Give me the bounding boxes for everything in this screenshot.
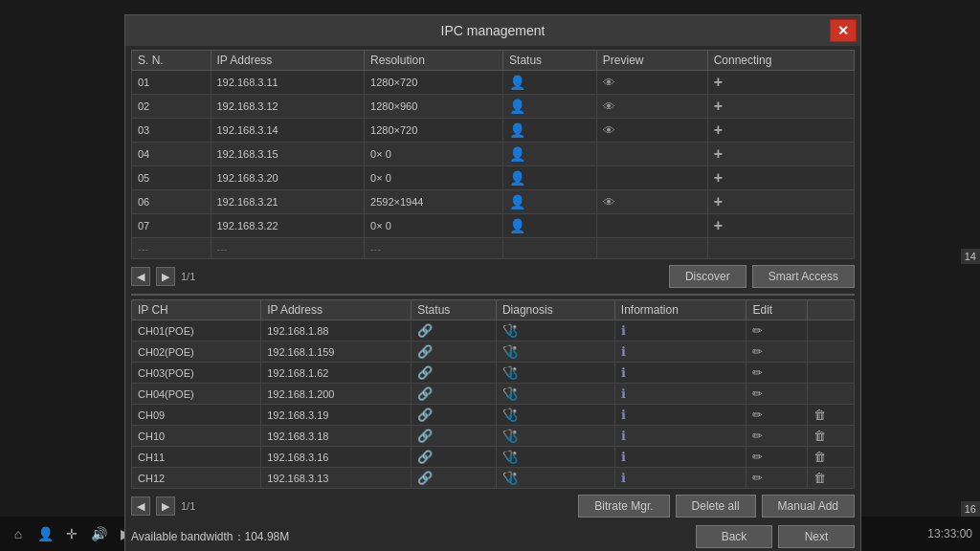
connect-plus-icon[interactable]: + xyxy=(714,169,723,186)
connect-plus-icon[interactable]: + xyxy=(714,121,723,138)
connect-plus-icon[interactable]: + xyxy=(714,74,723,90)
cell-ch: CH03(POE) xyxy=(132,363,261,384)
top-prev-button[interactable]: ◀ xyxy=(131,267,150,286)
bitrate-mgr-button[interactable]: Bitrate Mgr. xyxy=(578,495,669,518)
preview-eye-icon[interactable]: 👁 xyxy=(603,195,615,209)
cell-preview[interactable] xyxy=(596,214,707,238)
manual-add-button[interactable]: Manual Add xyxy=(762,495,855,518)
cell-info[interactable]: ℹ xyxy=(614,447,746,468)
cell-edit[interactable]: ✏ xyxy=(746,342,808,363)
trash-icon[interactable]: 🗑 xyxy=(813,450,826,464)
edit-icon[interactable]: ✏ xyxy=(752,408,763,422)
preview-eye-icon[interactable]: 👁 xyxy=(603,123,615,138)
trash-icon[interactable]: 🗑 xyxy=(813,429,826,443)
channel-row: CH02(POE) 192.168.1.159 🔗 🩺 ℹ ✏ xyxy=(132,342,855,363)
cell-edit[interactable]: ✏ xyxy=(746,363,808,384)
info-icon[interactable]: ℹ xyxy=(621,471,626,485)
info-icon[interactable]: ℹ xyxy=(621,429,626,443)
cell-connect[interactable]: + xyxy=(707,71,854,95)
cell-trash[interactable]: 🗑 xyxy=(807,426,854,447)
preview-eye-icon[interactable]: 👁 xyxy=(603,76,615,90)
edit-icon[interactable]: ✏ xyxy=(752,450,763,464)
cell-info[interactable]: ℹ xyxy=(614,363,746,384)
close-button[interactable]: ✕ xyxy=(830,19,857,42)
edit-icon[interactable]: ✏ xyxy=(752,323,763,338)
bottom-next-button[interactable]: ▶ xyxy=(156,496,175,516)
cell-edit[interactable]: ✏ xyxy=(746,447,808,468)
bottom-prev-button[interactable]: ◀ xyxy=(131,496,150,516)
cell-sn: 06 xyxy=(132,190,212,214)
info-icon[interactable]: ℹ xyxy=(621,323,626,338)
next-button[interactable]: Next xyxy=(778,525,855,548)
cell-ch-status: 🔗 xyxy=(412,447,497,468)
cell-info[interactable]: ℹ xyxy=(614,468,746,489)
cell-edit[interactable]: ✏ xyxy=(746,405,808,426)
cell-connect[interactable]: + xyxy=(707,190,854,214)
cell-connect[interactable]: + xyxy=(707,119,854,143)
connect-plus-icon[interactable]: + xyxy=(714,193,723,209)
cell-status: 👤 xyxy=(503,214,597,238)
info-icon[interactable]: ℹ xyxy=(621,450,626,464)
cell-res: 2592×1944 xyxy=(365,190,503,214)
preview-eye-icon[interactable]: 👁 xyxy=(603,99,615,114)
home-icon[interactable]: ⌂ xyxy=(8,523,29,544)
cell-ch-ip: 192.168.3.19 xyxy=(261,405,412,426)
connect-plus-icon[interactable]: + xyxy=(714,145,723,162)
cell-edit[interactable]: ✏ xyxy=(746,426,808,447)
cell-connect[interactable]: + xyxy=(707,95,854,119)
cell-diagnosis: 🩺 xyxy=(496,363,614,384)
discover-button[interactable]: Discover xyxy=(669,265,746,288)
cell-preview[interactable]: 👁 xyxy=(596,190,707,214)
status-offline-icon: 👤 xyxy=(509,218,525,233)
edit-icon[interactable]: ✏ xyxy=(752,344,763,359)
info-icon[interactable]: ℹ xyxy=(621,344,626,359)
connect-plus-icon[interactable]: + xyxy=(714,217,723,233)
cell-preview[interactable]: 👁 xyxy=(596,119,707,143)
back-button[interactable]: Back xyxy=(696,525,772,548)
cell-trash[interactable]: 🗑 xyxy=(807,405,854,426)
cell-info[interactable]: ℹ xyxy=(614,426,746,447)
audio-icon[interactable]: 🔊 xyxy=(88,523,109,544)
trash-icon[interactable]: 🗑 xyxy=(813,408,826,422)
cell-preview[interactable] xyxy=(596,143,707,166)
cell-edit[interactable]: ✏ xyxy=(746,468,808,489)
cell-connect[interactable]: + xyxy=(707,166,854,190)
cell-preview[interactable]: 👁 xyxy=(596,95,707,119)
col-ch-status: Status xyxy=(412,300,497,320)
user-icon[interactable]: 👤 xyxy=(34,523,56,544)
cell-trash[interactable]: 🗑 xyxy=(807,468,854,489)
cell-trash xyxy=(807,320,854,342)
diagnosis-icon: 🩺 xyxy=(502,344,518,359)
cell-connect[interactable]: + xyxy=(707,214,854,238)
cell-connect[interactable]: + xyxy=(707,143,854,166)
diagnosis-icon: 🩺 xyxy=(502,450,518,464)
info-icon[interactable]: ℹ xyxy=(621,365,626,380)
cell-info[interactable]: ℹ xyxy=(614,384,746,405)
dialog-title: IPC management xyxy=(441,23,546,38)
link-icon: 🔗 xyxy=(417,344,433,359)
edit-icon[interactable]: ✏ xyxy=(752,365,763,380)
top-next-button[interactable]: ▶ xyxy=(156,267,175,286)
cell-info[interactable]: ℹ xyxy=(614,405,746,426)
ptz-icon[interactable]: ✛ xyxy=(61,523,82,544)
cell-preview[interactable] xyxy=(596,166,707,190)
edit-icon[interactable]: ✏ xyxy=(752,429,763,443)
info-icon[interactable]: ℹ xyxy=(621,408,626,422)
edit-icon[interactable]: ✏ xyxy=(752,471,763,485)
info-icon[interactable]: ℹ xyxy=(621,386,626,401)
smart-access-button[interactable]: Smart Access xyxy=(752,265,855,288)
trash-icon[interactable]: 🗑 xyxy=(813,471,826,485)
cell-sn: 01 xyxy=(132,71,212,95)
cell-edit[interactable]: ✏ xyxy=(746,384,808,405)
cell-preview[interactable]: 👁 xyxy=(596,71,707,95)
delete-all-button[interactable]: Delete all xyxy=(676,495,756,518)
cell-info[interactable]: ℹ xyxy=(614,320,746,342)
edit-icon[interactable]: ✏ xyxy=(752,386,763,401)
cell-ch: CH02(POE) xyxy=(132,342,261,363)
cell-info[interactable]: ℹ xyxy=(614,342,746,363)
bandwidth-label: Available bandwidth：104.98M xyxy=(131,529,289,545)
cell-ip: 192.168.3.20 xyxy=(211,166,365,190)
cell-edit[interactable]: ✏ xyxy=(746,320,808,342)
cell-trash[interactable]: 🗑 xyxy=(807,447,854,468)
connect-plus-icon[interactable]: + xyxy=(714,98,723,114)
